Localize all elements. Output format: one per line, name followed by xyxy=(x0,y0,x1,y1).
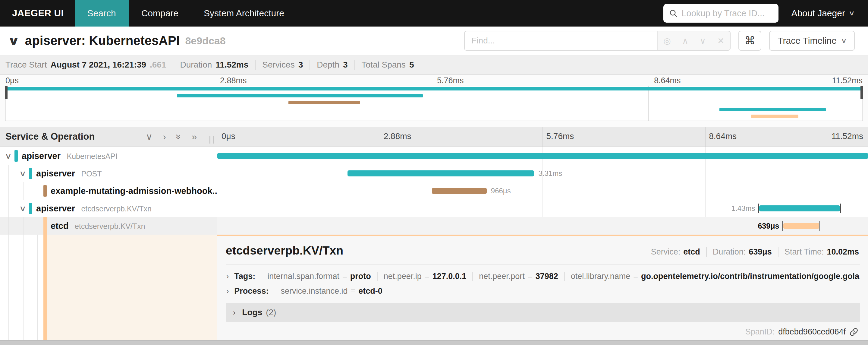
span-service: example-mutating-admission-webhook... xyxy=(51,186,217,196)
expand-one-icon[interactable]: › xyxy=(163,132,166,141)
span-row-selected[interactable]: etcd etcdserverpb.KV/Txn 639μs xyxy=(0,217,868,235)
span-duration-label: 3.31ms xyxy=(538,169,562,178)
summary-trace-start: Trace Start August 7 2021, 16:21:39 .661 xyxy=(5,60,173,70)
trace-lookup-input[interactable] xyxy=(681,8,773,19)
tags-section[interactable]: › Tags: internal.span.format = proto net… xyxy=(226,269,860,284)
minimap-span-bar xyxy=(177,94,423,97)
logs-section[interactable]: › Logs (2) xyxy=(226,303,860,322)
clear-find-icon[interactable]: ✕ xyxy=(717,36,724,46)
minimap-span-bar xyxy=(751,115,798,118)
span-id-row: SpanID: dfbebd960ced064f xyxy=(226,327,860,337)
minimap-span-bar xyxy=(288,101,361,104)
find-input[interactable] xyxy=(464,31,657,51)
about-jaeger-label: About Jaeger xyxy=(791,8,845,19)
row-collapse-icon[interactable]: ∨ xyxy=(19,204,27,213)
expand-tags-icon[interactable]: › xyxy=(226,272,229,281)
expand-process-icon[interactable]: › xyxy=(226,287,229,295)
viewport-drag-handle-left[interactable] xyxy=(5,86,7,99)
collapse-all-icon[interactable]: » xyxy=(174,134,184,139)
span-service: etcd xyxy=(51,221,69,231)
minimap-tick: 11.52ms xyxy=(832,76,863,85)
trace-view-label: Trace Timeline xyxy=(778,36,837,46)
span-duration-bar[interactable] xyxy=(432,188,487,194)
chevron-down-icon: ∨ xyxy=(848,9,855,17)
about-jaeger-menu[interactable]: About Jaeger ∨ xyxy=(791,0,868,27)
collapse-one-icon[interactable]: ∨ xyxy=(146,132,153,141)
find-toolbar: ◎ ∧ ∨ ✕ ⌘ Trace Timeline ∨ xyxy=(464,31,855,51)
span-color-block xyxy=(29,203,32,214)
next-result-icon[interactable]: ∨ xyxy=(700,36,706,46)
minimap-tick: 2.88ms xyxy=(220,76,247,85)
timeline-axis-header: 0μs 2.88ms 5.76ms 8.64ms 11.52ms xyxy=(217,127,868,147)
tag-pair: net.peer.port = 37982 xyxy=(473,272,565,281)
span-service: apiserver xyxy=(36,169,75,178)
nav-item-search[interactable]: Search xyxy=(75,0,129,27)
minimap-tick: 5.76ms xyxy=(437,76,464,85)
axis-tick: 8.64ms xyxy=(709,132,737,141)
detail-service: Service: etcd xyxy=(645,247,707,257)
minimap-tick: 0μs xyxy=(5,76,19,85)
keyboard-shortcuts-button[interactable]: ⌘ xyxy=(738,31,761,51)
span-row[interactable]: ∨ apiserver etcdserverpb.KV/Txn 1.43ms xyxy=(0,200,868,217)
span-accent-bar xyxy=(43,235,47,340)
timeline-table-header: Service & Operation ∨ › » » 0μs 2.88ms 5… xyxy=(0,127,868,147)
span-row[interactable]: ∨ apiserver POST 3.31ms xyxy=(0,165,868,182)
detail-start-time: Start Time: 10.02ms xyxy=(778,247,860,257)
span-detail-indent xyxy=(0,235,217,340)
summary-services: Services 3 xyxy=(255,60,310,70)
trace-minimap: 0μs 2.88ms 5.76ms 8.64ms 11.52ms xyxy=(0,75,868,127)
span-duration-bar[interactable] xyxy=(347,170,534,176)
column-resize-handle[interactable] xyxy=(210,136,214,144)
summary-total-spans: Total Spans 5 xyxy=(355,60,421,70)
top-nav: JAEGER UI Search Compare System Architec… xyxy=(0,0,868,27)
trace-lookup-box[interactable] xyxy=(663,4,778,23)
span-operation: etcdserverpb.KV/Txn xyxy=(75,222,145,230)
span-duration-label: 966μs xyxy=(491,187,511,195)
trace-header: ∨ apiserver: KubernetesAPI 8e9dca8 ◎ ∧ ∨… xyxy=(0,27,868,56)
span-operation: etcdserverpb.KV/Txn xyxy=(81,204,151,213)
search-icon xyxy=(669,9,678,18)
minimap-viewport[interactable] xyxy=(5,86,863,121)
span-duration-bar[interactable] xyxy=(783,223,819,229)
span-color-block xyxy=(43,185,47,197)
span-detail-title: etcdserverpb.KV/Txn xyxy=(226,244,343,257)
trace-summary-bar: Trace Start August 7 2021, 16:21:39 .661… xyxy=(0,56,868,75)
trace-title: apiserver: KubernetesAPI xyxy=(25,33,180,48)
span-color-block xyxy=(14,150,18,162)
process-section[interactable]: › Process: service.instance.id = etcd-0 xyxy=(226,284,860,298)
summary-depth: Depth 3 xyxy=(310,60,355,70)
command-icon: ⌘ xyxy=(744,34,755,47)
expand-logs-icon[interactable]: › xyxy=(233,308,236,317)
axis-tick: 11.52ms xyxy=(832,132,863,141)
span-rows: ∨ apiserver KubernetesAPI ∨ apiserver PO… xyxy=(0,147,868,235)
span-duration-label: 639μs xyxy=(758,222,779,230)
span-duration-bar[interactable] xyxy=(759,205,840,211)
nav-item-system-architecture[interactable]: System Architecture xyxy=(191,0,297,27)
expand-all-icon[interactable]: » xyxy=(192,132,197,141)
span-row[interactable]: example-mutating-admission-webhook... 96… xyxy=(0,182,868,200)
trace-id: 8e9dca8 xyxy=(185,35,225,47)
span-detail-card: etcdserverpb.KV/Txn Service: etcd Durati… xyxy=(217,235,868,340)
prev-result-icon[interactable]: ∧ xyxy=(682,36,688,46)
summary-duration: Duration 11.52ms xyxy=(173,60,255,70)
span-row[interactable]: ∨ apiserver KubernetesAPI xyxy=(0,147,868,165)
nav-item-compare[interactable]: Compare xyxy=(129,0,191,27)
locate-span-icon[interactable]: ◎ xyxy=(663,36,671,46)
minimap-span-bar xyxy=(719,108,826,111)
span-duration-bar[interactable] xyxy=(217,153,868,159)
row-collapse-icon[interactable]: ∨ xyxy=(19,169,27,178)
horizontal-scrollbar[interactable] xyxy=(0,340,868,345)
tag-pair: net.peer.ip = 127.0.0.1 xyxy=(378,272,473,281)
span-color-block xyxy=(43,217,47,235)
trace-view-selector[interactable]: Trace Timeline ∨ xyxy=(769,31,855,51)
detail-duration: Duration: 639μs xyxy=(707,247,778,257)
deep-link-icon[interactable] xyxy=(849,327,858,337)
span-operation: POST xyxy=(81,170,101,178)
collapse-trace-icon[interactable]: ∨ xyxy=(7,34,20,47)
viewport-drag-handle-right[interactable] xyxy=(861,86,863,99)
row-collapse-icon[interactable]: ∨ xyxy=(5,151,12,161)
service-operation-title: Service & Operation xyxy=(5,131,95,142)
span-operation: KubernetesAPI xyxy=(67,152,117,161)
axis-tick: 5.76ms xyxy=(547,132,574,141)
tag-pair: internal.span.format = proto xyxy=(261,272,377,281)
